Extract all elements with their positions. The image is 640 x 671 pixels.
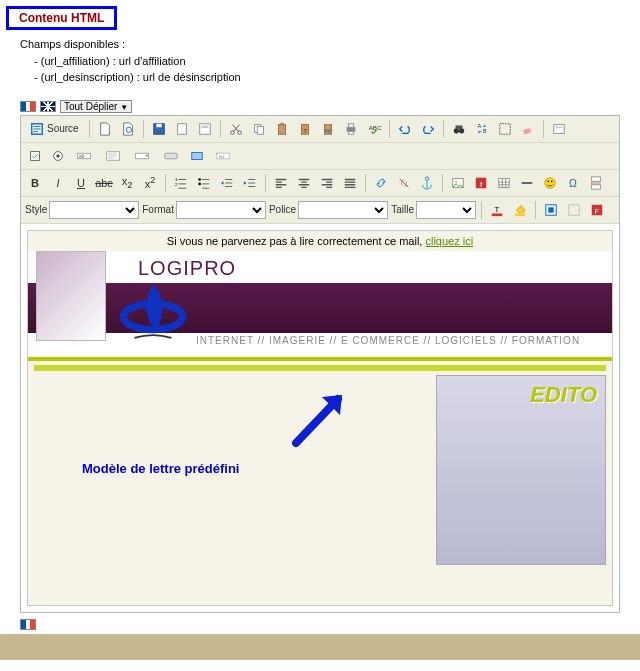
outdent-button[interactable] bbox=[217, 173, 237, 193]
indent-button[interactable] bbox=[240, 173, 260, 193]
strike-button[interactable]: abc bbox=[94, 173, 114, 193]
printer-icon bbox=[344, 122, 358, 136]
svg-point-43 bbox=[198, 178, 201, 181]
flag-gb-icon[interactable] bbox=[40, 101, 56, 112]
newpage-button[interactable] bbox=[172, 119, 192, 139]
format-select[interactable] bbox=[176, 201, 266, 219]
new-doc-button[interactable] bbox=[95, 119, 115, 139]
pagebreak-button[interactable] bbox=[586, 173, 606, 193]
italic-button[interactable]: I bbox=[48, 173, 68, 193]
flag-fr-icon[interactable] bbox=[20, 619, 36, 630]
removeformat-button[interactable] bbox=[518, 119, 538, 139]
source-button[interactable]: Source bbox=[25, 119, 84, 139]
maximize-button[interactable] bbox=[541, 200, 561, 220]
mail-topbar-text: Si vous ne parvenez pas à lire correctem… bbox=[167, 235, 426, 247]
ol-button[interactable]: 12 bbox=[171, 173, 191, 193]
spellcheck-button[interactable]: ABC bbox=[364, 119, 384, 139]
ul-button[interactable] bbox=[194, 173, 214, 193]
justify-left-button[interactable] bbox=[271, 173, 291, 193]
police-label: Police bbox=[269, 204, 296, 215]
image-button[interactable] bbox=[448, 173, 468, 193]
annotation-arrow-icon bbox=[284, 385, 354, 455]
smiley-icon bbox=[543, 176, 557, 190]
svg-rect-30 bbox=[31, 151, 40, 160]
textcolor-button[interactable]: T bbox=[487, 200, 507, 220]
redo-icon bbox=[421, 122, 435, 136]
style-combo: Style bbox=[25, 201, 139, 219]
format-combo: Format bbox=[142, 201, 266, 219]
radio-button[interactable] bbox=[48, 146, 68, 166]
police-select[interactable] bbox=[298, 201, 388, 219]
showblocks-button[interactable] bbox=[564, 200, 584, 220]
tout-deplier-button[interactable]: Tout Déplier ▼ bbox=[60, 100, 132, 113]
editor-canvas[interactable]: Si vous ne parvenez pas à lire correctem… bbox=[21, 224, 619, 612]
maximize-icon bbox=[544, 203, 558, 217]
replace-button[interactable]: AB bbox=[472, 119, 492, 139]
underline-button[interactable]: U bbox=[71, 173, 91, 193]
superscript-button[interactable]: x2 bbox=[140, 173, 160, 193]
mail-topbar-link[interactable]: cliquez ici bbox=[425, 235, 473, 247]
separator bbox=[535, 201, 536, 219]
toolbar-row-2: ab abl bbox=[21, 143, 619, 170]
save-button[interactable] bbox=[149, 119, 169, 139]
unlink-icon bbox=[397, 176, 411, 190]
imgbutton-button[interactable] bbox=[187, 146, 207, 166]
svg-text:abl: abl bbox=[219, 154, 225, 159]
paste-word-button[interactable]: W bbox=[318, 119, 338, 139]
style-select[interactable] bbox=[49, 201, 139, 219]
svg-rect-5 bbox=[199, 123, 210, 134]
svg-rect-59 bbox=[515, 213, 526, 216]
textarea-button[interactable] bbox=[100, 146, 126, 166]
hr-button[interactable] bbox=[517, 173, 537, 193]
svg-rect-55 bbox=[592, 176, 601, 180]
bgcolor-button[interactable] bbox=[510, 200, 530, 220]
anchor-button[interactable] bbox=[417, 173, 437, 193]
subscript-button[interactable]: x2 bbox=[117, 173, 137, 193]
justify-center-button[interactable] bbox=[294, 173, 314, 193]
table-button[interactable] bbox=[494, 173, 514, 193]
justify-right-button[interactable] bbox=[317, 173, 337, 193]
hidden-button[interactable]: abl bbox=[210, 146, 236, 166]
button-icon bbox=[164, 149, 178, 163]
separator bbox=[89, 120, 90, 138]
taille-select[interactable] bbox=[416, 201, 476, 219]
selectall-button[interactable] bbox=[495, 119, 515, 139]
champs-title: Champs disponibles : bbox=[20, 36, 630, 53]
unlink-button[interactable] bbox=[394, 173, 414, 193]
preview-button[interactable] bbox=[118, 119, 138, 139]
champ-item: (url_desinscription) : url de désinscrip… bbox=[34, 69, 630, 86]
link-button[interactable] bbox=[371, 173, 391, 193]
flash-button[interactable]: f bbox=[471, 173, 491, 193]
paste-button[interactable] bbox=[272, 119, 292, 139]
toolbar-row-1: Source T W ABC AB bbox=[21, 116, 619, 143]
about-button[interactable]: F bbox=[587, 200, 607, 220]
specialchar-button[interactable]: Ω bbox=[563, 173, 583, 193]
smiley-button[interactable] bbox=[540, 173, 560, 193]
print-button[interactable] bbox=[341, 119, 361, 139]
undo-icon bbox=[398, 122, 412, 136]
copy-button[interactable] bbox=[249, 119, 269, 139]
flag-fr-icon[interactable] bbox=[20, 101, 36, 112]
textfield-button[interactable]: ab bbox=[71, 146, 97, 166]
clipboard-text-icon: T bbox=[298, 122, 312, 136]
cut-button[interactable] bbox=[226, 119, 246, 139]
justify-full-button[interactable] bbox=[340, 173, 360, 193]
copy-icon bbox=[252, 122, 266, 136]
style-label: Style bbox=[25, 204, 47, 215]
undo-button[interactable] bbox=[395, 119, 415, 139]
select-button[interactable] bbox=[129, 146, 155, 166]
bold-button[interactable]: B bbox=[25, 173, 45, 193]
redo-button[interactable] bbox=[418, 119, 438, 139]
find-button[interactable] bbox=[449, 119, 469, 139]
annotation-text: Modèle de lettre prédéfini bbox=[82, 461, 239, 476]
template-button[interactable] bbox=[195, 119, 215, 139]
template-icon bbox=[198, 122, 212, 136]
svg-rect-11 bbox=[278, 124, 285, 134]
anchor-icon bbox=[420, 176, 434, 190]
separator bbox=[442, 174, 443, 192]
clipboard-icon bbox=[275, 122, 289, 136]
checkbox-button[interactable] bbox=[25, 146, 45, 166]
form-button[interactable] bbox=[549, 119, 569, 139]
paste-text-button[interactable]: T bbox=[295, 119, 315, 139]
button-button[interactable] bbox=[158, 146, 184, 166]
